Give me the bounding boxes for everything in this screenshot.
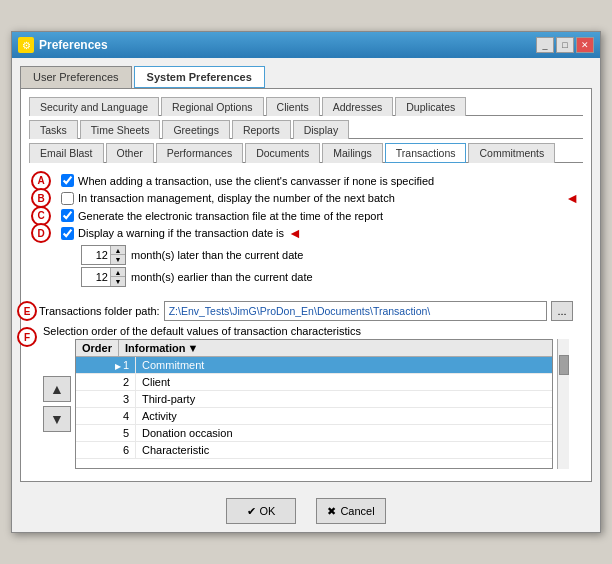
option-b-wrapper: B In transaction management, display the… <box>61 190 579 206</box>
list-row-1[interactable]: 1 Commitment <box>76 357 552 374</box>
cancel-button[interactable]: ✖ Cancel <box>316 498 386 524</box>
sub-tabs-row-2: Tasks Time Sheets Greetings Reports Disp… <box>29 120 583 139</box>
cell-info-4: Activity <box>136 408 183 424</box>
tab-commitments[interactable]: Commitments <box>468 143 555 163</box>
window-title: Preferences <box>39 38 108 52</box>
tab-other[interactable]: Other <box>106 143 154 163</box>
option-d-row: Display a warning if the transaction dat… <box>61 225 579 241</box>
list-header: Order Information ▼ <box>76 340 552 357</box>
tab-documents[interactable]: Documents <box>245 143 320 163</box>
path-input[interactable]: Z:\Env_Tests\JimG\ProDon_En\Documents\Tr… <box>164 301 547 321</box>
move-down-button[interactable]: ▼ <box>43 406 71 432</box>
tab-performances[interactable]: Performances <box>156 143 243 163</box>
spinner2-up[interactable]: ▲ <box>111 268 125 277</box>
tab-time-sheets[interactable]: Time Sheets <box>80 120 161 139</box>
selection-label: Selection order of the default values of… <box>43 325 569 337</box>
cancel-label: Cancel <box>340 505 374 517</box>
spinner2-label: month(s) earlier than the current date <box>131 271 313 283</box>
cancel-icon: ✖ <box>327 505 336 518</box>
d-arrow-icon: ◄ <box>288 225 302 241</box>
option-c-checkbox[interactable] <box>61 209 74 222</box>
option-a-wrapper: A When adding a transaction, use the cli… <box>61 174 579 187</box>
tab-display[interactable]: Display <box>293 120 349 139</box>
app-icon: ⚙ <box>18 37 34 53</box>
option-a-checkbox[interactable] <box>61 174 74 187</box>
list-row-3[interactable]: 3 Third-party <box>76 391 552 408</box>
preferences-window: ⚙ Preferences _ □ ✕ User Preferences Sys… <box>11 31 601 533</box>
col-header-info[interactable]: Information ▼ <box>119 340 204 356</box>
tab-addresses[interactable]: Addresses <box>322 97 394 116</box>
tab-mailings[interactable]: Mailings <box>322 143 383 163</box>
tab-reports[interactable]: Reports <box>232 120 291 139</box>
annotation-f: F <box>17 327 37 347</box>
selection-area: ▲ ▼ Order Information ▼ <box>43 339 569 469</box>
option-b-label: In transaction management, display the n… <box>78 192 395 204</box>
cell-order-1: 1 <box>76 357 136 373</box>
option-a-row: When adding a transaction, use the clien… <box>61 174 434 187</box>
option-b-checkbox[interactable] <box>61 192 74 205</box>
cell-info-3: Third-party <box>136 391 201 407</box>
tab-regional-options[interactable]: Regional Options <box>161 97 264 116</box>
close-button[interactable]: ✕ <box>576 37 594 53</box>
browse-button[interactable]: ... <box>551 301 573 321</box>
spinner1-down[interactable]: ▼ <box>111 255 125 264</box>
cell-order-3: 3 <box>76 391 136 407</box>
tab-tasks[interactable]: Tasks <box>29 120 78 139</box>
list-row-4[interactable]: 4 Activity <box>76 408 552 425</box>
spinner2-input[interactable]: 12 <box>82 268 110 286</box>
maximize-button[interactable]: □ <box>556 37 574 53</box>
col-order-label: Order <box>82 342 112 354</box>
tab-email-blast[interactable]: Email Blast <box>29 143 104 163</box>
col-header-order[interactable]: Order <box>76 340 119 356</box>
cell-info-5: Donation occasion <box>136 425 239 441</box>
selection-wrapper: F Selection order of the default values … <box>39 325 573 469</box>
b-arrow-icon: ◄ <box>565 190 579 206</box>
tab-system-preferences[interactable]: System Preferences <box>134 66 265 88</box>
main-tabs: User Preferences System Preferences <box>20 66 592 88</box>
spinner1-input[interactable]: 12 <box>82 246 110 264</box>
sub-tabs-row-3: Email Blast Other Performances Documents… <box>29 143 583 163</box>
annotation-d: D <box>31 223 51 243</box>
col-info-label: Information <box>125 342 186 354</box>
cell-order-4: 4 <box>76 408 136 424</box>
option-b-row: In transaction management, display the n… <box>61 190 579 206</box>
ok-button[interactable]: ✔ OK <box>226 498 296 524</box>
ok-icon: ✔ <box>247 505 256 518</box>
system-preferences-panel: Security and Language Regional Options C… <box>20 88 592 482</box>
spinner2-box[interactable]: 12 ▲ ▼ <box>81 267 126 287</box>
ok-label: OK <box>260 505 276 517</box>
footer: ✔ OK ✖ Cancel <box>12 490 600 532</box>
title-bar: ⚙ Preferences _ □ ✕ <box>12 32 600 58</box>
selection-list[interactable]: Order Information ▼ 1 Commitment <box>75 339 553 469</box>
path-label: Transactions folder path: <box>39 305 160 317</box>
spinner1-label: month(s) later than the current date <box>131 249 303 261</box>
list-row-2[interactable]: 2 Client <box>76 374 552 391</box>
tab-user-preferences[interactable]: User Preferences <box>20 66 132 88</box>
cell-order-2: 2 <box>76 374 136 390</box>
spinner1-box[interactable]: 12 ▲ ▼ <box>81 245 126 265</box>
option-a-label: When adding a transaction, use the clien… <box>78 175 434 187</box>
tab-duplicates[interactable]: Duplicates <box>395 97 466 116</box>
move-buttons: ▲ ▼ <box>43 339 71 469</box>
option-c-row: Generate the electronic transaction file… <box>61 209 383 222</box>
title-bar-left: ⚙ Preferences <box>18 37 108 53</box>
scrollbar[interactable] <box>557 339 569 469</box>
tab-security-language[interactable]: Security and Language <box>29 97 159 116</box>
move-up-button[interactable]: ▲ <box>43 376 71 402</box>
spinner1-up[interactable]: ▲ <box>111 246 125 255</box>
options-area: A When adding a transaction, use the cli… <box>29 167 583 295</box>
list-row-5[interactable]: 5 Donation occasion <box>76 425 552 442</box>
option-c-wrapper: C Generate the electronic transaction fi… <box>61 209 579 222</box>
minimize-button[interactable]: _ <box>536 37 554 53</box>
tab-clients[interactable]: Clients <box>266 97 320 116</box>
annotation-e: E <box>17 301 37 321</box>
sub-tabs-row-1: Security and Language Regional Options C… <box>29 97 583 116</box>
tab-greetings[interactable]: Greetings <box>162 120 230 139</box>
tab-transactions[interactable]: Transactions <box>385 143 467 163</box>
spinner2-down[interactable]: ▼ <box>111 277 125 286</box>
list-row-6[interactable]: 6 Characteristic <box>76 442 552 459</box>
scroll-thumb <box>559 355 569 375</box>
option-d-wrapper: D Display a warning if the transaction d… <box>61 225 579 241</box>
option-d-label: Display a warning if the transaction dat… <box>78 227 284 239</box>
option-d-checkbox[interactable] <box>61 227 74 240</box>
